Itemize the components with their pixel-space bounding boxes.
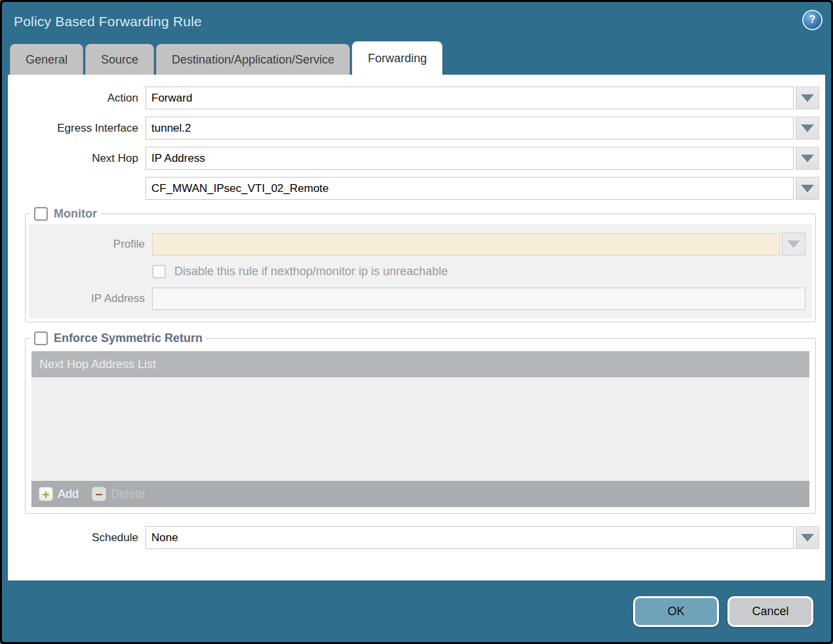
dialog-title: Policy Based Forwarding Rule xyxy=(14,14,804,29)
action-label: Action xyxy=(8,92,138,105)
next-hop-address-list-body[interactable] xyxy=(31,377,809,481)
chevron-down-icon xyxy=(801,94,814,102)
dialog-footer: OK Cancel xyxy=(2,580,831,642)
add-button-label: Add xyxy=(58,487,79,501)
egress-interface-select[interactable]: tunnel.2 xyxy=(145,117,794,140)
monitor-legend-label: Monitor xyxy=(54,207,97,221)
dialog-inner: Policy Based Forwarding Rule ? General S… xyxy=(2,2,831,642)
next-hop-address-select[interactable]: CF_MWAN_IPsec_VTI_02_Remote xyxy=(145,177,794,200)
help-icon[interactable]: ? xyxy=(804,11,821,29)
disable-rule-label: Disable this rule if nexthop/monitor ip … xyxy=(174,265,448,278)
next-hop-address-dropdown-button[interactable] xyxy=(796,177,819,200)
next-hop-address-list-toolbar: + Add − Delete xyxy=(31,481,809,507)
egress-interface-label: Egress Interface xyxy=(8,122,138,135)
action-select[interactable]: Forward xyxy=(145,86,794,109)
enforce-symmetric-return-fieldset: Enforce Symmetric Return Next Hop Addres… xyxy=(25,331,816,514)
cancel-button[interactable]: Cancel xyxy=(727,596,813,627)
schedule-dropdown-button[interactable] xyxy=(796,526,819,549)
chevron-down-icon xyxy=(801,124,814,132)
egress-interface-dropdown-button[interactable] xyxy=(796,117,819,140)
chevron-down-icon xyxy=(801,155,814,162)
enforce-symmetric-return-legend-label: Enforce Symmetric Return xyxy=(54,331,203,345)
enforce-symmetric-return-legend: Enforce Symmetric Return xyxy=(30,331,206,345)
chevron-down-icon xyxy=(787,240,800,248)
title-bar: Policy Based Forwarding Rule ? xyxy=(2,2,831,41)
delete-button-label: Delete xyxy=(111,487,145,501)
plus-icon: + xyxy=(39,487,53,501)
dialog-window: Policy Based Forwarding Rule ? General S… xyxy=(0,0,833,644)
monitor-ip-address-label: IP Address xyxy=(29,292,145,305)
monitor-ip-address-row: IP Address xyxy=(29,288,805,310)
tab-destination-application-service[interactable]: Destination/Application/Service xyxy=(156,44,350,75)
minus-icon: − xyxy=(92,487,106,501)
profile-row: Profile xyxy=(29,233,805,256)
tab-forwarding[interactable]: Forwarding xyxy=(352,41,442,75)
tab-content-forwarding: Action Forward Egress Interface tunnel.2… xyxy=(8,75,825,580)
monitor-ip-address-input xyxy=(152,288,805,310)
monitor-legend: Monitor xyxy=(30,207,101,221)
action-dropdown-button[interactable] xyxy=(796,86,819,109)
action-row: Action Forward xyxy=(8,86,819,109)
tab-bar: General Source Destination/Application/S… xyxy=(2,41,831,75)
profile-dropdown-button xyxy=(782,233,805,256)
delete-button: − Delete xyxy=(92,487,145,501)
schedule-select[interactable]: None xyxy=(145,526,794,549)
enforce-symmetric-return-checkbox[interactable] xyxy=(34,331,48,345)
next-hop-label: Next Hop xyxy=(8,152,138,165)
chevron-down-icon xyxy=(801,534,814,542)
monitor-panel: Profile Disable this rule if nexthop/mon… xyxy=(29,224,812,318)
profile-select xyxy=(152,233,780,256)
tab-source[interactable]: Source xyxy=(85,44,154,75)
profile-label: Profile xyxy=(29,238,145,251)
next-hop-address-list-table: Next Hop Address List + Add − Delete xyxy=(31,351,809,507)
schedule-row: Schedule None xyxy=(8,526,819,549)
monitor-checkbox[interactable] xyxy=(34,207,48,221)
add-button[interactable]: + Add xyxy=(39,487,79,501)
chevron-down-icon xyxy=(801,185,814,193)
next-hop-row: Next Hop IP Address xyxy=(8,147,819,170)
ok-button[interactable]: OK xyxy=(633,596,719,627)
next-hop-type-select[interactable]: IP Address xyxy=(145,147,794,170)
next-hop-address-row: CF_MWAN_IPsec_VTI_02_Remote xyxy=(8,177,819,200)
next-hop-address-list-header: Next Hop Address List xyxy=(31,351,809,377)
schedule-label: Schedule xyxy=(8,531,138,544)
disable-rule-row: Disable this rule if nexthop/monitor ip … xyxy=(152,265,805,278)
next-hop-dropdown-button[interactable] xyxy=(796,147,819,170)
tab-general[interactable]: General xyxy=(10,44,83,75)
disable-rule-checkbox xyxy=(152,265,166,278)
egress-interface-row: Egress Interface tunnel.2 xyxy=(8,117,819,140)
monitor-fieldset: Monitor Profile Disable this rule if nex… xyxy=(25,207,816,322)
